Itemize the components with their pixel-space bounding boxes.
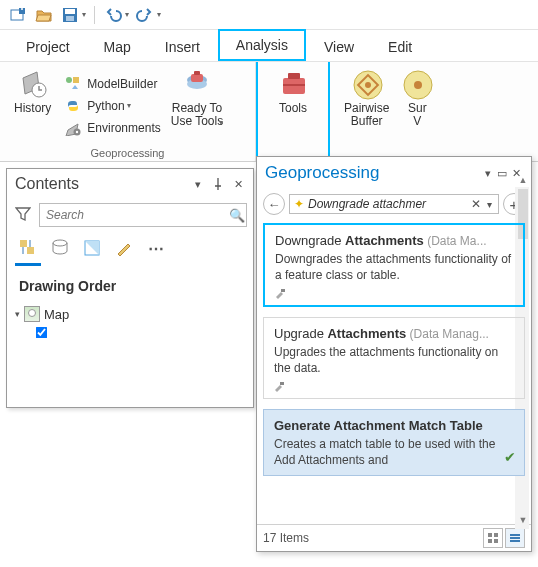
results-count: 17 Items xyxy=(263,531,309,545)
svg-rect-18 xyxy=(283,84,305,86)
modelbuilder-label: ModelBuilder xyxy=(87,77,157,91)
tab-project[interactable]: Project xyxy=(10,33,86,61)
tree-map-label: Map xyxy=(44,307,69,322)
svg-rect-14 xyxy=(191,74,203,82)
ready-to-use-tools-button[interactable]: Ready ToUse Tools▾ xyxy=(165,66,229,145)
svg-rect-9 xyxy=(73,77,79,83)
ready-label: Ready ToUse Tools▾ xyxy=(171,102,223,128)
python-icon xyxy=(65,98,81,114)
python-button[interactable]: Python ▾ xyxy=(61,96,164,116)
tools-button[interactable]: Tools xyxy=(266,66,320,143)
separator xyxy=(94,6,95,24)
tools-icon xyxy=(277,68,309,100)
undo-dropdown-icon[interactable]: ▾ xyxy=(125,10,129,19)
list-by-selection-icon[interactable] xyxy=(81,237,103,259)
filter-icon[interactable] xyxy=(15,206,33,224)
environments-button[interactable]: Environments xyxy=(61,118,164,138)
clear-search-icon[interactable]: ✕ xyxy=(471,197,481,211)
save-dropdown-icon[interactable]: ▾ xyxy=(82,10,86,19)
result-desc: Upgrades the attachments functionality o… xyxy=(274,345,514,376)
result-card-generate-match[interactable]: Generate Attachment Match Table Creates … xyxy=(263,409,525,475)
result-card-downgrade[interactable]: Downgrade Attachments (Data Ma... Downgr… xyxy=(263,223,525,307)
scroll-down-icon[interactable]: ▼ xyxy=(518,515,528,527)
tree-row-map[interactable]: ▾ Map xyxy=(7,304,253,324)
result-title: Downgrade Attachments (Data Ma... xyxy=(275,233,513,248)
tab-map[interactable]: Map xyxy=(88,33,147,61)
geoprocessing-title: Geoprocessing xyxy=(265,163,481,183)
tree-row-child[interactable] xyxy=(7,324,253,341)
list-by-drawing-order-icon[interactable] xyxy=(17,237,39,259)
geo-dock-icon[interactable]: ▭ xyxy=(495,166,509,180)
list-view-button[interactable] xyxy=(505,528,525,548)
search-dropdown-icon[interactable]: ▾ xyxy=(485,199,494,210)
contents-section-title: Drawing Order xyxy=(7,272,253,304)
tab-view[interactable]: View xyxy=(308,33,370,61)
grid-view-button[interactable] xyxy=(483,528,503,548)
summarize-label: SurV xyxy=(408,102,427,128)
python-label: Python xyxy=(87,99,124,113)
svg-rect-30 xyxy=(281,289,285,292)
scroll-up-icon[interactable]: ▲ xyxy=(518,175,528,187)
sparkle-icon: ✦ xyxy=(294,197,304,211)
geoprocessing-pane: Geoprocessing ▾ ▭ ✕ ← ✦ Downgrade attach… xyxy=(256,156,532,552)
ribbon-tabs: Project Map Insert Analysis View Edit xyxy=(0,30,538,62)
layer-visibility-checkbox[interactable] xyxy=(36,327,48,339)
environments-icon xyxy=(65,120,81,136)
tab-edit[interactable]: Edit xyxy=(372,33,428,61)
contents-pin-icon[interactable] xyxy=(211,177,225,191)
contents-search-input[interactable] xyxy=(39,203,247,227)
contents-menu-icon[interactable]: ▾ xyxy=(191,177,205,191)
svg-point-8 xyxy=(66,77,72,83)
result-desc: Creates a match table to be used with th… xyxy=(274,437,514,468)
svg-rect-33 xyxy=(494,533,498,537)
redo-icon[interactable] xyxy=(135,5,155,25)
search-icon: 🔍 xyxy=(229,208,245,223)
svg-point-11 xyxy=(76,130,78,132)
collapse-icon[interactable]: ▾ xyxy=(15,309,20,319)
contents-title: Contents xyxy=(15,175,185,193)
history-button[interactable]: History xyxy=(8,66,57,145)
pairwise-buffer-icon xyxy=(351,68,383,100)
result-desc: Downgrades the attachments functionality… xyxy=(275,252,513,283)
svg-rect-31 xyxy=(280,382,284,385)
geo-search-text: Downgrade attachmer xyxy=(308,197,467,211)
svg-rect-24 xyxy=(20,240,27,247)
list-by-source-icon[interactable] xyxy=(49,237,71,259)
tool-icon xyxy=(272,380,286,394)
summarize-button[interactable]: SurV xyxy=(395,66,439,145)
svg-point-28 xyxy=(53,240,67,246)
ready-to-use-tools-icon xyxy=(181,68,213,100)
geo-footer: 17 Items xyxy=(257,524,531,551)
tab-analysis[interactable]: Analysis xyxy=(218,29,306,61)
python-dropdown-icon[interactable]: ▾ xyxy=(127,101,131,110)
group-label-geoprocessing: Geoprocessing xyxy=(8,147,247,159)
workspace: Contents ▾ ✕ 🔍 xyxy=(0,162,538,567)
list-by-editing-icon[interactable] xyxy=(113,237,135,259)
result-card-upgrade[interactable]: Upgrade Attachments (Data Manag... Upgra… xyxy=(263,317,525,399)
svg-point-23 xyxy=(414,81,422,89)
geo-menu-icon[interactable]: ▾ xyxy=(481,166,495,180)
new-project-icon[interactable] xyxy=(8,5,28,25)
svg-rect-17 xyxy=(288,73,300,79)
svg-rect-35 xyxy=(494,539,498,543)
ribbon: History ModelBuilder Python ▾ xyxy=(0,62,538,162)
result-title: Upgrade Attachments (Data Manag... xyxy=(274,326,514,341)
more-views-icon[interactable]: ⋯ xyxy=(145,237,167,259)
back-button[interactable]: ← xyxy=(263,193,285,215)
save-icon[interactable] xyxy=(60,5,80,25)
map-icon xyxy=(24,306,40,322)
tab-insert[interactable]: Insert xyxy=(149,33,216,61)
svg-rect-15 xyxy=(194,71,200,75)
redo-dropdown-icon[interactable]: ▾ xyxy=(157,10,161,19)
geo-search-field[interactable]: ✦ Downgrade attachmer ✕ ▾ xyxy=(289,194,499,214)
summarize-icon xyxy=(401,68,433,100)
pairwise-label: PairwiseBuffer xyxy=(344,102,389,128)
svg-rect-32 xyxy=(488,533,492,537)
open-project-icon[interactable] xyxy=(34,5,54,25)
svg-rect-34 xyxy=(488,539,492,543)
undo-icon[interactable] xyxy=(103,5,123,25)
results-list: Downgrade Attachments (Data Ma... Downgr… xyxy=(257,219,531,524)
modelbuilder-button[interactable]: ModelBuilder xyxy=(61,74,164,94)
pairwise-buffer-button[interactable]: PairwiseBuffer xyxy=(338,66,395,145)
contents-close-icon[interactable]: ✕ xyxy=(231,177,245,191)
